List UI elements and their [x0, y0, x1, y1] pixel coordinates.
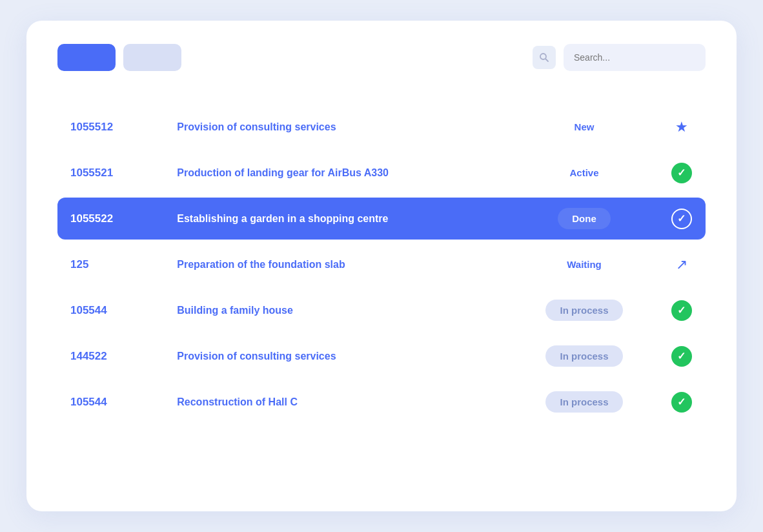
row-id: 1055522 [70, 212, 113, 225]
row-name: Provision of consulting services [177, 351, 336, 362]
table-row[interactable]: 125Preparation of the foundation slabWai… [57, 243, 706, 285]
row-id: 105544 [70, 396, 107, 408]
row-id: 125 [70, 258, 88, 271]
search-icon-box [533, 46, 556, 69]
table-row[interactable]: 1055522Establishing a garden in a shoppi… [57, 198, 706, 240]
check-green-icon [671, 163, 692, 183]
check-white-icon [671, 209, 692, 229]
check-green-icon [671, 392, 692, 413]
row-name: Reconstruction of Hall C [177, 396, 298, 407]
table-row[interactable]: 105544Building a family houseIn process [57, 289, 706, 331]
row-name: Preparation of the foundation slab [177, 259, 345, 270]
row-id: 1055512 [70, 121, 113, 133]
row-id: 1055521 [70, 167, 113, 179]
svg-point-0 [540, 54, 546, 59]
table-row[interactable]: 105544Reconstruction of Hall CIn process [57, 381, 706, 423]
data-table: 1055512Provision of consulting servicesN… [57, 102, 706, 427]
row-name: Building a family house [177, 305, 293, 316]
main-card: 1055512Provision of consulting servicesN… [26, 21, 737, 511]
svg-line-1 [546, 59, 549, 62]
status-badge: Done [558, 208, 611, 229]
search-icon [539, 52, 549, 63]
primary-button[interactable] [57, 44, 116, 71]
check-green-icon [671, 346, 692, 367]
secondary-button[interactable] [123, 44, 181, 71]
toolbar-left [57, 44, 181, 71]
toolbar-right [533, 44, 706, 71]
row-name: Provision of consulting services [177, 121, 336, 132]
search-input[interactable] [564, 44, 706, 71]
row-id: 105544 [70, 304, 107, 316]
toolbar [57, 44, 706, 71]
table-row[interactable]: 144522Provision of consulting servicesIn… [57, 335, 706, 377]
status-badge: In process [545, 391, 622, 413]
status-badge: In process [545, 345, 622, 367]
row-name: Establishing a garden in a shopping cent… [177, 213, 388, 224]
check-green-icon [671, 300, 692, 321]
row-name: Production of landing gear for AirBus A3… [177, 167, 389, 178]
table-row[interactable]: 1055512Provision of consulting servicesN… [57, 106, 706, 148]
trend-icon: ↗ [676, 256, 687, 272]
status-badge: Waiting [553, 254, 616, 275]
table-row[interactable]: 1055521Production of landing gear for Ai… [57, 152, 706, 194]
star-icon: ★ [675, 119, 688, 135]
status-badge: In process [545, 300, 622, 321]
status-badge: New [560, 116, 609, 138]
status-badge: Active [555, 162, 613, 183]
row-id: 144522 [70, 350, 107, 362]
